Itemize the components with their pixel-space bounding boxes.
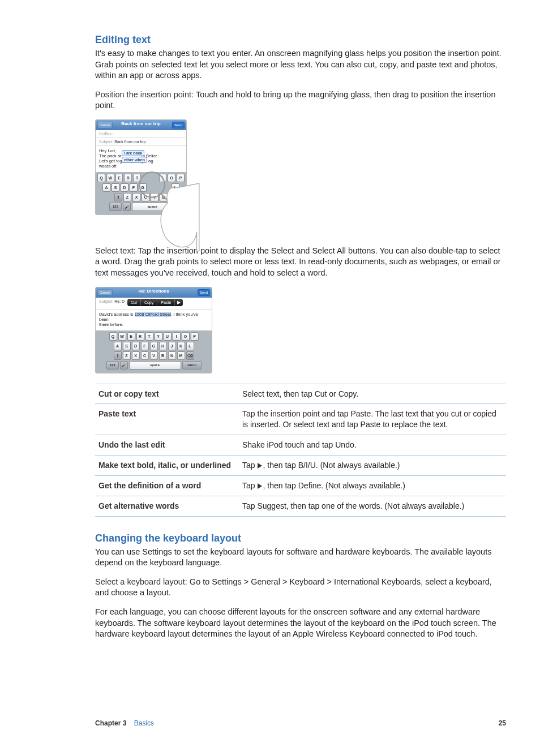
operations-table: Cut or copy text Select text, then tap C… — [95, 384, 506, 517]
keyboard: QWERTYUIOP ASDFGHJKL ⇧ ZXCVBNM ⌫ 123 🎤 s… — [96, 330, 212, 373]
intro-paragraph: It's easy to make changes to text you en… — [95, 48, 506, 81]
send-button: Send — [198, 289, 210, 296]
page-footer: Chapter 3 Basics 25 — [95, 719, 506, 727]
arrow-right-icon — [258, 483, 262, 489]
table-row: Get the definition of a word Tap , then … — [95, 475, 506, 496]
select-layout-label: Select a keyboard layout: — [95, 577, 187, 586]
footer-page: 25 — [499, 719, 506, 727]
row-value: Shake iPod touch and tap Undo. — [239, 435, 506, 456]
paste-item: Paste — [157, 299, 175, 306]
table-row: Make text bold, italic, or underlined Ta… — [95, 456, 506, 476]
row-value: Tap the insertion point and tap Paste. T… — [239, 404, 506, 435]
message-body: David's address is 1568 Clifford Street.… — [96, 310, 212, 330]
subject-field: Subject: Back from our trip — [96, 138, 186, 146]
mic-key: 🎤 — [123, 203, 131, 211]
table-row: Get alternative words Tap Suggest, then … — [95, 496, 506, 516]
row-label: Make text bold, italic, or underlined — [95, 456, 239, 476]
row-value: Tap , then tap B/I/U. (Not always availa… — [239, 456, 506, 476]
row-value: Tap , then tap Define. (Not always avail… — [239, 475, 506, 496]
compose-title: Re: Directions — [96, 289, 212, 294]
heading-changing-keyboard: Changing the keyboard layout — [95, 532, 506, 544]
mic-key: 🎤 — [120, 361, 128, 370]
magnifier-bubble-top: I are back — [122, 150, 144, 156]
table-row: Cut or copy text Select text, then tap C… — [95, 384, 506, 404]
footer-chapter: Chapter 3 — [95, 719, 126, 727]
hand-icon — [149, 183, 200, 251]
arrow-right-icon: ▶ — [175, 299, 183, 306]
cut-item: Cut — [127, 299, 141, 306]
select-layout-instruction: Select a keyboard layout: Go to Settings… — [95, 577, 506, 599]
edit-popup: Cut Copy Paste ▶ — [127, 299, 183, 306]
row-label: Get alternative words — [95, 496, 239, 516]
row-value: Select text, then tap Cut or Copy. — [239, 384, 506, 404]
table-row: Undo the last edit Shake iPod touch and … — [95, 435, 506, 456]
shift-key: ⇧ — [114, 193, 122, 201]
heading-editing-text: Editing text — [95, 34, 506, 46]
position-label: Position the insertion point: — [95, 90, 194, 99]
row-label: Paste text — [95, 404, 239, 435]
table-row: Paste text Tap the insertion point and t… — [95, 404, 506, 435]
row-label: Get the definition of a word — [95, 475, 239, 496]
message-body: Hey Lori, The pack arXXXXXXXm Belize. Le… — [96, 146, 186, 172]
layout-detail: For each language, you can choose differ… — [95, 607, 506, 640]
row-label: Undo the last edit — [95, 435, 239, 456]
backspace-key: ⌫ — [186, 351, 194, 360]
copy-item: Copy — [141, 299, 157, 306]
shift-key: ⇧ — [114, 351, 122, 360]
arrow-right-icon — [258, 463, 262, 469]
ccbcc-field: Cc/Bcc: — [96, 130, 186, 138]
position-instruction: Position the insertion point: Touch and … — [95, 89, 506, 111]
figure-magnifier: Cancel Back from our trip Send Cc/Bcc: S… — [95, 119, 506, 235]
select-label: Select text: — [95, 246, 136, 255]
selected-text: 1568 Clifford Street — [135, 312, 171, 317]
footer-title: Basics — [134, 719, 154, 727]
row-value: Tap Suggest, then tap one of the words. … — [239, 496, 506, 516]
row-label: Cut or copy text — [95, 384, 239, 404]
send-button: Send — [172, 122, 185, 128]
keyboard-intro: You can use Settings to set the keyboard… — [95, 547, 506, 569]
figure-select-text: Cancel Re: Directions Send Subject: Re: … — [95, 287, 506, 373]
subject-field: Subject: Re: D Cut Copy Paste ▶ — [96, 298, 212, 310]
magnifier-bubble-bottom: ether when — [122, 157, 147, 163]
